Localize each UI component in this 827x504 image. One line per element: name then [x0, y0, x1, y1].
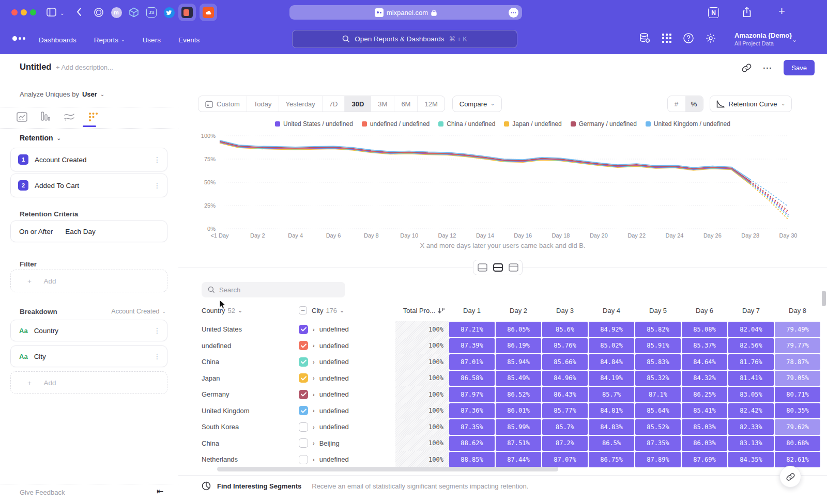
retention-day-cell[interactable]: 87.2% [542, 436, 588, 451]
nav-item-users[interactable]: Users [143, 36, 161, 44]
traffic-light-close[interactable] [11, 9, 18, 15]
retention-day-cell[interactable]: 86.5% [589, 436, 634, 451]
range-12m[interactable]: 12M [417, 96, 444, 112]
retention-day-cell[interactable]: 87.21% [449, 322, 495, 337]
retention-day-cell[interactable]: 85.02% [589, 338, 634, 354]
chevron-right-icon[interactable]: › [313, 375, 315, 381]
retention-day-cell[interactable]: 88.85% [449, 452, 495, 467]
chevron-right-icon[interactable]: › [313, 326, 315, 333]
chart-type-button[interactable]: Retention Curve ⌄ [710, 96, 792, 112]
retention-day-cell[interactable]: 87.1% [635, 387, 681, 402]
day-column-header[interactable]: Day 4 [588, 307, 635, 314]
retention-day-cell[interactable]: 84.84% [589, 354, 634, 370]
breakdown-add-button[interactable]: + Add [10, 371, 167, 394]
day-column-header[interactable]: Day 8 [774, 307, 821, 314]
criteria-card[interactable]: On or After Each Day [10, 220, 167, 242]
retention-day-cell[interactable]: 85.52% [635, 419, 681, 435]
chevron-right-icon[interactable]: › [313, 424, 315, 430]
legend-item[interactable]: United States / undefined [275, 120, 353, 128]
retention-step-1[interactable]: 1Account Created⋮ [10, 148, 167, 171]
day-column-header[interactable]: Day 2 [495, 307, 542, 314]
day-column-header[interactable]: Day 5 [635, 307, 681, 314]
retention-day-cell[interactable]: 87.69% [682, 452, 727, 467]
help-icon[interactable] [683, 33, 694, 44]
view-table-only[interactable] [506, 261, 521, 274]
range-yesterday[interactable]: Yesterday [279, 96, 322, 112]
retention-day-cell[interactable]: 87.44% [496, 452, 541, 467]
range-today[interactable]: Today [247, 96, 279, 112]
retention-day-cell[interactable]: 85.99% [496, 419, 541, 435]
row-checkbox-checked[interactable] [299, 390, 308, 399]
mixpanel-logo[interactable] [12, 36, 25, 41]
apps-grid-icon[interactable] [662, 33, 672, 43]
sidebar-toggle-icon[interactable] [47, 8, 56, 17]
breakdown-item-city[interactable]: AaCity⋮ [10, 345, 167, 367]
retention-day-cell[interactable]: 84.83% [589, 419, 634, 435]
row-checkbox-checked[interactable] [299, 357, 308, 367]
retention-day-cell[interactable]: 86.19% [496, 338, 541, 354]
give-feedback-link[interactable]: Give Feedback [20, 489, 65, 496]
range-6m[interactable]: 6M [394, 96, 417, 112]
breakdown-scope-selector[interactable]: Account Created ⌄ [111, 308, 166, 315]
retention-day-cell[interactable]: 82.61% [775, 452, 820, 467]
url-options-icon[interactable]: ⋯ [509, 8, 518, 18]
row-checkbox-unchecked[interactable] [299, 422, 308, 432]
tab-insights[interactable] [16, 111, 28, 123]
retention-day-cell[interactable]: 86.58% [449, 371, 495, 386]
compare-button[interactable]: Compare ⌄ [452, 96, 502, 112]
row-checkbox-unchecked[interactable] [299, 455, 308, 464]
retention-day-cell[interactable]: 83.13% [728, 436, 774, 451]
more-options-icon[interactable]: ⋮ [154, 156, 161, 163]
day-column-header[interactable]: Day 7 [728, 307, 774, 314]
more-options-icon[interactable]: ⋮ [154, 353, 161, 360]
row-checkbox-unchecked[interactable] [299, 438, 308, 448]
range-7d[interactable]: 7D [322, 96, 345, 112]
retention-day-cell[interactable]: 86.52% [496, 387, 541, 402]
record-icon[interactable] [180, 6, 194, 19]
day-column-header[interactable]: Day 6 [681, 307, 728, 314]
retention-day-cell[interactable]: 86.75% [589, 452, 634, 467]
retention-day-cell[interactable]: 87.35% [635, 436, 681, 451]
find-segments-title[interactable]: Find Interesting Segments [217, 482, 301, 490]
project-switcher[interactable]: Amazonia {Demo} All Project Data [734, 32, 792, 46]
retention-day-cell[interactable]: 87.36% [449, 403, 495, 419]
range-30d[interactable]: 30D [344, 96, 371, 112]
retention-day-cell[interactable]: 86.03% [682, 436, 727, 451]
share-icon[interactable] [742, 7, 752, 18]
percent-toggle[interactable]: % [685, 96, 703, 112]
retention-day-cell[interactable]: 84.92% [589, 322, 634, 337]
retention-day-cell[interactable]: 80.71% [775, 387, 820, 402]
url-bar[interactable]: mixpanel.com ⋯ [289, 5, 522, 20]
tab-funnels[interactable] [39, 111, 52, 123]
data-management-icon[interactable] [639, 32, 651, 44]
retention-day-cell[interactable]: 79.49% [775, 322, 820, 337]
view-chart-only[interactable] [474, 261, 490, 274]
count-toggle[interactable]: # [668, 96, 685, 112]
copy-link-icon[interactable] [742, 63, 752, 73]
retention-day-cell[interactable]: 85.37% [682, 338, 727, 354]
cloud-icon[interactable] [202, 6, 215, 19]
retention-day-cell[interactable]: 88.62% [449, 436, 495, 451]
retention-day-cell[interactable]: 85.82% [635, 322, 681, 337]
retention-day-cell[interactable]: 82.56% [728, 338, 774, 354]
more-options-icon[interactable]: ⋮ [154, 327, 161, 334]
new-tab-icon[interactable]: + [778, 5, 785, 18]
js-icon[interactable]: JS [145, 6, 158, 19]
tab-flows[interactable] [63, 111, 75, 123]
retention-day-cell[interactable]: 81.41% [728, 371, 774, 386]
legend-item[interactable]: Japan / undefined [504, 120, 561, 128]
save-button[interactable]: Save [784, 60, 815, 75]
legend-item[interactable]: undefined / undefined [362, 120, 430, 128]
tab-retention[interactable] [87, 111, 99, 123]
retention-day-cell[interactable]: 80.68% [775, 436, 820, 451]
retention-day-cell[interactable]: 87.51% [496, 436, 541, 451]
nav-item-dashboards[interactable]: Dashboards [39, 36, 76, 44]
retention-day-cell[interactable]: 85.76% [542, 338, 588, 354]
retention-day-cell[interactable]: 79.62% [775, 419, 820, 435]
chevron-right-icon[interactable]: › [313, 440, 315, 446]
view-split[interactable] [490, 261, 506, 274]
avatar-m-icon[interactable]: m [110, 6, 123, 19]
retention-day-cell[interactable]: 86.25% [682, 387, 727, 402]
range-3m[interactable]: 3M [371, 96, 394, 112]
retention-day-cell[interactable]: 82.04% [728, 322, 774, 337]
